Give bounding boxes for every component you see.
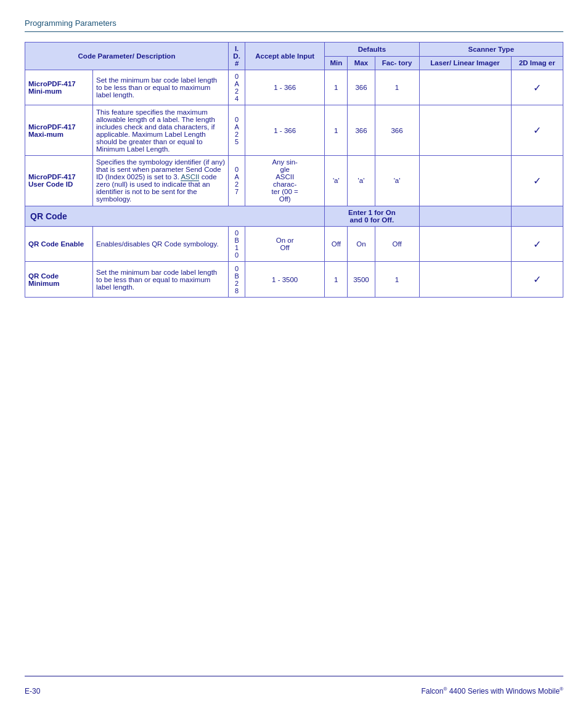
param-acceptable: Any sin- gle ASCII charac- ter (00 = Off… <box>245 156 325 206</box>
section-laser <box>419 206 511 226</box>
param-2d: ✓ <box>511 156 563 206</box>
param-factory: Off <box>375 227 419 262</box>
checkmark-icon: ✓ <box>533 239 541 249</box>
param-laser <box>419 262 511 298</box>
section-2d <box>511 206 563 226</box>
section-header-row: QR Code Enter 1 for On and 0 for Off. <box>25 206 563 226</box>
col-acceptable-header: Accept able Input <box>245 43 325 70</box>
table-row: MicroPDF-417 User Code ID Specifies the … <box>25 156 563 206</box>
param-id: 0 A 2 5 <box>229 105 245 156</box>
col-laser-header: Laser/ Linear Imager <box>419 56 511 70</box>
parameters-table: Code Parameter/ Description I. D. # Acce… <box>25 42 563 296</box>
param-min: 1 <box>325 70 348 105</box>
param-2d: ✓ <box>511 70 563 105</box>
param-factory: 'a' <box>375 156 419 206</box>
param-acceptable: 1 - 366 <box>245 70 325 105</box>
checkmark-icon: ✓ <box>533 274 541 285</box>
checkmark-icon: ✓ <box>533 176 541 186</box>
col-2d-header: 2D Imag er <box>511 56 563 70</box>
param-min: 1 <box>325 262 348 298</box>
param-id: 0 B 2 8 <box>229 262 245 298</box>
param-description: Set the minimum bar code label length to… <box>93 70 229 105</box>
header-rule <box>25 31 563 32</box>
footer-falcon: Falcon <box>421 687 443 696</box>
param-laser <box>419 227 511 262</box>
table-row: QR Code Enable Enables/disables QR Code … <box>25 227 563 262</box>
param-laser <box>419 70 511 105</box>
param-max: 366 <box>348 70 375 105</box>
param-max: On <box>348 227 375 262</box>
param-name: QR Code Enable <box>25 227 93 262</box>
param-id: 0 B 1 0 <box>229 227 245 262</box>
param-id: 0 A 2 4 <box>229 70 245 105</box>
param-acceptable: 1 - 3500 <box>245 262 325 298</box>
section-note: Enter 1 for On and 0 for Off. <box>325 206 419 226</box>
param-description: Set the minimum bar code label length to… <box>93 262 229 298</box>
param-min: Off <box>325 227 348 262</box>
param-2d: ✓ <box>511 227 563 262</box>
page-header: Programming Parameters <box>25 18 563 28</box>
param-id: 0 A 2 7 <box>229 156 245 206</box>
col-factory-header: Fac- tory <box>375 56 419 70</box>
col-scanner-header: Scanner Type <box>419 43 563 57</box>
ascii-link[interactable]: ASCII <box>181 173 199 181</box>
table-row: MicroPDF-417 Maxi-mum This feature speci… <box>25 105 563 156</box>
footer-mid: 4400 Series with Windows Mobile <box>447 687 560 696</box>
col-defaults-header: Defaults <box>325 43 419 57</box>
col-id-header: I. D. # <box>229 43 245 70</box>
footer-left: E-30 <box>25 687 40 696</box>
section-label: QR Code <box>25 206 325 226</box>
param-2d: ✓ <box>511 105 563 156</box>
param-laser <box>419 156 511 206</box>
table-header-row-1: Code Parameter/ Description I. D. # Acce… <box>25 43 563 57</box>
param-name: MicroPDF-417 Maxi-mum <box>25 105 93 156</box>
param-max: 'a' <box>348 156 375 206</box>
param-2d: ✓ <box>511 262 563 298</box>
param-factory: 1 <box>375 70 419 105</box>
page: Programming Parameters Code Parameter/ D… <box>0 0 588 714</box>
param-min: 1 <box>325 105 348 156</box>
table-row: MicroPDF-417 Mini-mum Set the minimum ba… <box>25 70 563 105</box>
param-description: Specifies the symbology identifier (if a… <box>93 156 229 206</box>
param-max: 366 <box>348 105 375 156</box>
param-description: This feature specifies the maximum allow… <box>93 105 229 156</box>
col-max-header: Max <box>348 56 375 70</box>
param-factory: 1 <box>375 262 419 298</box>
param-name: MicroPDF-417 User Code ID <box>25 156 93 206</box>
footer-sup2: ® <box>560 686 563 692</box>
col-param-header: Code Parameter/ Description <box>25 43 229 70</box>
checkmark-icon: ✓ <box>533 83 541 93</box>
param-min: 'a' <box>325 156 348 206</box>
param-laser <box>419 105 511 156</box>
param-acceptable: 1 - 366 <box>245 105 325 156</box>
param-name: MicroPDF-417 Mini-mum <box>25 70 93 105</box>
param-acceptable: On or Off <box>245 227 325 262</box>
footer-right: Falcon® 4400 Series with Windows Mobile® <box>421 686 563 696</box>
param-max: 3500 <box>348 262 375 298</box>
param-name: QR Code Minimum <box>25 262 93 298</box>
param-factory: 366 <box>375 105 419 156</box>
param-description: Enables/disables QR Code symbology. <box>93 227 229 262</box>
col-min-header: Min <box>325 56 348 70</box>
checkmark-icon: ✓ <box>533 125 541 136</box>
table-row: QR Code Minimum Set the minimum bar code… <box>25 262 563 298</box>
page-footer: E-30 Falcon® 4400 Series with Windows Mo… <box>25 676 563 696</box>
